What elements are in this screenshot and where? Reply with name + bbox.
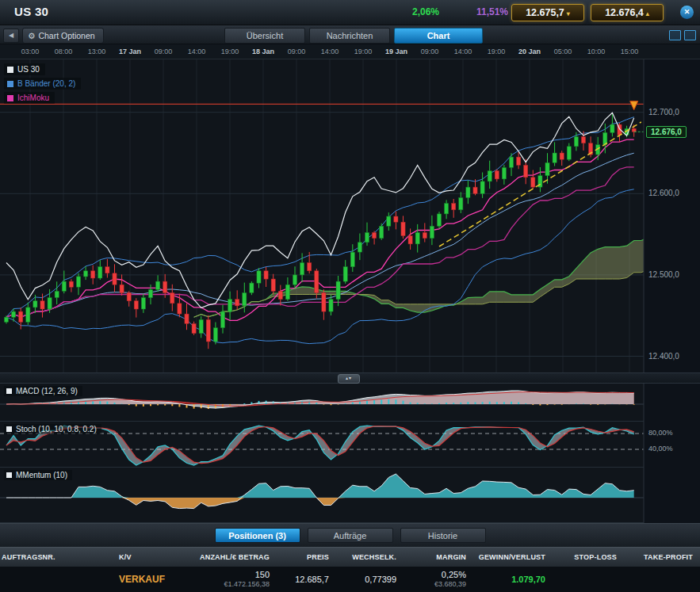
price-axis-label: 12.600,0 [648,189,679,197]
stoch-level-80: 80,00% [648,429,673,437]
time-axis-label: 08:00 [55,48,73,55]
tab-chart[interactable]: Chart [394,28,483,44]
legend-swatch [7,67,13,73]
maximize-icon[interactable] [684,30,696,40]
time-axis-label: 15:00 [621,48,639,55]
panel-divider: ▴▾ [0,372,700,384]
time-axis-label: 09:00 [155,48,173,55]
positions-table-header: AUFTRAGSNR.K/VANZAHL/€ BETRAGPREISWECHSE… [0,547,700,567]
legend-swatch [7,95,13,101]
table-header-stop-loss[interactable]: STOP-LOSS [552,553,623,561]
position-row[interactable]: VERKAUF 150 €1.472.156,38 12.685,7 0,773… [0,567,700,592]
sell-price-button[interactable]: 12.675,7▾ [511,4,584,21]
macd-panel[interactable]: MACD (12, 26, 9) [0,384,700,422]
price-axis-label: 12.700,0 [648,108,679,116]
table-header-wechselk-[interactable]: WECHSELK. [335,553,403,561]
time-axis-label: 03:00 [21,48,40,55]
buy-price-button[interactable]: 12.676,4▴ [591,4,664,21]
exchange-rate-cell: 0,77399 [335,575,403,584]
macd-chart[interactable] [0,384,700,422]
momentum-chart[interactable] [0,468,700,523]
buy-arrow-icon: ▴ [646,10,649,17]
table-header-k-v[interactable]: K/V [94,553,182,561]
time-axis-label: 20 Jan [518,48,541,55]
price-axis-label: 12.500,0 [648,270,679,279]
stoch-chart[interactable] [0,422,700,468]
price-cell: 12.685,7 [276,575,335,584]
window-header: US 30 2,06% 11,51% 12.675,7▾ 12.676,4▴ ✕ [0,0,700,25]
table-header-auftragsnr-[interactable]: AUFTRAGSNR. [0,553,94,561]
bottom-tab-bar: Positionen (3)AufträgeHistorie [0,523,700,547]
time-axis-label: 19 Jan [385,48,407,55]
time-axis-label: 19:00 [221,48,239,55]
indicator-square-icon [6,426,12,432]
legend-item-ichimoku[interactable]: IchiMoku [4,92,55,104]
time-axis-label: 17 Jan [119,48,141,55]
table-header-preis[interactable]: PREIS [276,553,335,561]
indicator-square-icon [6,388,12,394]
macd-label[interactable]: MACD (12, 26, 9) [4,386,82,396]
time-axis-label: 09:00 [288,48,306,55]
legend-label: US 30 [17,65,40,74]
profit-loss-cell: 1.079,70 [472,575,552,584]
legend-item-b-b-nder-20-2-[interactable]: B Bänder (20, 2) [4,78,81,90]
table-header-gewinn-verlust[interactable]: GEWINN/VERLUST [472,553,552,561]
bottom-tab-historie[interactable]: Historie [400,528,486,543]
time-axis-label: 18 Jan [252,48,274,55]
legend-swatch [7,81,13,87]
price-chart-area[interactable]: US 30B Bänder (20, 2)IchiMoku 12.700,012… [0,59,700,372]
view-tabs: ÜbersichtNachrichtenChart [224,28,483,44]
close-icon[interactable]: ✕ [680,6,694,19]
time-axis-label: 19:00 [354,48,373,55]
time-axis-label: 10:00 [587,48,606,55]
time-axis-label: 14:00 [321,48,339,55]
price-chart[interactable] [0,59,700,372]
indicator-square-icon [6,472,12,478]
window-controls [669,30,696,40]
table-header-take-profit[interactable]: TAKE-PROFIT [623,553,699,561]
legend-item-us-30[interactable]: US 30 [4,63,45,75]
time-axis-label: 05:00 [554,48,572,55]
collapse-left-icon[interactable]: ◀ [3,29,19,43]
tab-übersicht[interactable]: Übersicht [224,28,305,44]
momentum-label[interactable]: MMentum (10) [4,470,72,480]
symbol-title: US 30 [14,5,48,18]
bottom-tab-positionen-3-[interactable]: Positionen (3) [215,528,300,543]
trading-window: US 30 2,06% 11,51% 12.675,7▾ 12.676,4▴ ✕… [0,0,700,592]
chart-options-button[interactable]: ⚙Chart Optionen [22,28,104,44]
tab-nachrichten[interactable]: Nachrichten [309,28,390,44]
kv-cell: VERKAUF [94,574,182,585]
time-axis-label: 14:00 [454,48,472,55]
table-header-anzahl-betrag[interactable]: ANZAHL/€ BETRAG [182,553,276,561]
table-header-margin[interactable]: MARGIN [403,553,472,561]
amount-cell: 150 €1.472.156,38 [182,570,276,589]
momentum-panel[interactable]: MMentum (10) [0,468,700,523]
chart-legend: US 30B Bänder (20, 2)IchiMoku [4,63,81,106]
time-axis-label: 09:00 [421,48,439,55]
change-percent-day: 2,06% [412,6,439,17]
legend-label: IchiMoku [17,94,49,102]
price-axis-label: 12.400,0 [648,352,679,361]
divider-handle-icon[interactable]: ▴▾ [338,374,360,384]
stoch-label[interactable]: Stoch (10, 10, 0.8, 0.2) [4,424,101,434]
stoch-level-40: 40,00% [648,445,673,453]
current-price-badge: 12.676,0 [646,126,687,138]
time-axis-label: 19:00 [488,48,506,55]
bottom-tab-auftr-ge[interactable]: Aufträge [308,528,393,543]
chart-toolbar: ◀ ⚙Chart Optionen ÜbersichtNachrichtenCh… [0,25,700,44]
time-axis: 03:0008:0013:0017 Jan09:0014:0019:0018 J… [0,44,700,59]
margin-cell: 0,25% €3.680,39 [403,570,472,589]
gear-icon: ⚙ [28,31,35,40]
change-percent-period: 11,51% [476,6,508,17]
stoch-panel[interactable]: Stoch (10, 10, 0.8, 0.2) 80,00% 40,00% [0,422,700,468]
sell-arrow-icon: ▾ [567,10,570,17]
legend-label: B Bänder (20, 2) [17,79,75,88]
time-axis-label: 13:00 [88,48,106,55]
time-axis-label: 14:00 [188,48,206,55]
minimize-icon[interactable] [669,30,681,40]
